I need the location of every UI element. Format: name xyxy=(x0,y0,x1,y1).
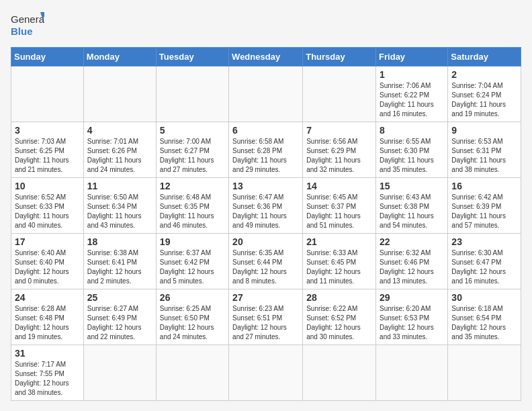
logo: General Blue xyxy=(11,11,44,39)
day-number: 11 xyxy=(87,181,152,191)
day-info: Sunrise: 6:48 AM Sunset: 6:35 PM Dayligh… xyxy=(160,193,225,230)
day-number: 17 xyxy=(15,236,80,247)
table-row: 10Sunrise: 6:52 AM Sunset: 6:33 PM Dayli… xyxy=(11,178,84,234)
table-row: 21Sunrise: 6:33 AM Sunset: 6:45 PM Dayli… xyxy=(303,234,376,289)
table-row: 29Sunrise: 6:20 AM Sunset: 6:53 PM Dayli… xyxy=(376,289,448,345)
day-info: Sunrise: 6:47 AM Sunset: 6:36 PM Dayligh… xyxy=(232,193,299,230)
weekday-header-friday: Friday xyxy=(376,48,448,66)
day-info: Sunrise: 7:17 AM Sunset: 7:55 PM Dayligh… xyxy=(15,360,80,398)
day-number: 19 xyxy=(160,236,225,247)
table-row: 12Sunrise: 6:48 AM Sunset: 6:35 PM Dayli… xyxy=(156,178,228,234)
table-row: 23Sunrise: 6:30 AM Sunset: 6:47 PM Dayli… xyxy=(448,234,521,289)
day-number: 3 xyxy=(15,125,80,136)
table-row: 4Sunrise: 7:01 AM Sunset: 6:26 PM Daylig… xyxy=(83,122,156,178)
day-number: 5 xyxy=(160,125,225,136)
day-info: Sunrise: 6:42 AM Sunset: 6:39 PM Dayligh… xyxy=(451,193,517,230)
table-row: 30Sunrise: 6:18 AM Sunset: 6:54 PM Dayli… xyxy=(448,289,521,345)
day-info: Sunrise: 6:50 AM Sunset: 6:34 PM Dayligh… xyxy=(87,193,152,230)
header: General Blue xyxy=(11,11,521,39)
table-row: 28Sunrise: 6:22 AM Sunset: 6:52 PM Dayli… xyxy=(303,289,376,345)
calendar-week-row: 10Sunrise: 6:52 AM Sunset: 6:33 PM Dayli… xyxy=(11,178,521,234)
table-row: 15Sunrise: 6:43 AM Sunset: 6:38 PM Dayli… xyxy=(376,178,448,234)
table-row: 14Sunrise: 6:45 AM Sunset: 6:37 PM Dayli… xyxy=(303,178,376,234)
table-row: 2Sunrise: 7:04 AM Sunset: 6:24 PM Daylig… xyxy=(448,66,521,122)
day-info: Sunrise: 6:27 AM Sunset: 6:49 PM Dayligh… xyxy=(87,304,152,342)
table-row: 3Sunrise: 7:03 AM Sunset: 6:25 PM Daylig… xyxy=(11,122,84,178)
day-info: Sunrise: 6:37 AM Sunset: 6:42 PM Dayligh… xyxy=(160,248,225,286)
weekday-header-sunday: Sunday xyxy=(11,48,84,66)
svg-text:Blue: Blue xyxy=(11,26,33,37)
day-number: 15 xyxy=(380,181,444,191)
calendar-week-row: 24Sunrise: 6:28 AM Sunset: 6:48 PM Dayli… xyxy=(11,289,521,345)
day-number: 1 xyxy=(380,69,444,80)
table-row: 31Sunrise: 7:17 AM Sunset: 7:55 PM Dayli… xyxy=(11,345,84,401)
day-number: 29 xyxy=(380,292,444,303)
day-number: 14 xyxy=(306,181,372,191)
day-info: Sunrise: 6:32 AM Sunset: 6:46 PM Dayligh… xyxy=(380,248,444,286)
day-number: 16 xyxy=(451,181,517,191)
day-info: Sunrise: 6:40 AM Sunset: 6:40 PM Dayligh… xyxy=(15,248,80,286)
day-info: Sunrise: 7:00 AM Sunset: 6:27 PM Dayligh… xyxy=(160,137,225,175)
calendar-week-row: 31Sunrise: 7:17 AM Sunset: 7:55 PM Dayli… xyxy=(11,345,521,401)
day-number: 9 xyxy=(451,125,517,136)
day-info: Sunrise: 7:06 AM Sunset: 6:22 PM Dayligh… xyxy=(380,81,444,119)
day-info: Sunrise: 6:28 AM Sunset: 6:48 PM Dayligh… xyxy=(15,304,80,342)
table-row: 19Sunrise: 6:37 AM Sunset: 6:42 PM Dayli… xyxy=(156,234,228,289)
table-row: 17Sunrise: 6:40 AM Sunset: 6:40 PM Dayli… xyxy=(11,234,84,289)
day-info: Sunrise: 6:55 AM Sunset: 6:30 PM Dayligh… xyxy=(380,137,444,175)
day-info: Sunrise: 6:56 AM Sunset: 6:29 PM Dayligh… xyxy=(306,137,372,175)
table-row: 16Sunrise: 6:42 AM Sunset: 6:39 PM Dayli… xyxy=(448,178,521,234)
day-info: Sunrise: 6:20 AM Sunset: 6:53 PM Dayligh… xyxy=(380,304,444,342)
calendar-week-row: 3Sunrise: 7:03 AM Sunset: 6:25 PM Daylig… xyxy=(11,122,521,178)
table-row: 27Sunrise: 6:23 AM Sunset: 6:51 PM Dayli… xyxy=(229,289,303,345)
weekday-header-monday: Monday xyxy=(83,48,156,66)
day-info: Sunrise: 6:23 AM Sunset: 6:51 PM Dayligh… xyxy=(232,304,299,342)
table-row xyxy=(303,345,376,401)
table-row: 11Sunrise: 6:50 AM Sunset: 6:34 PM Dayli… xyxy=(83,178,156,234)
table-row: 5Sunrise: 7:00 AM Sunset: 6:27 PM Daylig… xyxy=(156,122,228,178)
day-info: Sunrise: 6:45 AM Sunset: 6:37 PM Dayligh… xyxy=(306,193,372,230)
day-number: 26 xyxy=(160,292,225,303)
day-number: 27 xyxy=(232,292,299,303)
day-number: 7 xyxy=(306,125,372,136)
table-row: 20Sunrise: 6:35 AM Sunset: 6:44 PM Dayli… xyxy=(229,234,303,289)
table-row xyxy=(83,345,156,401)
day-number: 10 xyxy=(15,181,80,191)
table-row: 13Sunrise: 6:47 AM Sunset: 6:36 PM Dayli… xyxy=(229,178,303,234)
calendar-table: SundayMondayTuesdayWednesdayThursdayFrid… xyxy=(11,47,521,401)
day-number: 25 xyxy=(87,292,152,303)
table-row: 18Sunrise: 6:38 AM Sunset: 6:41 PM Dayli… xyxy=(83,234,156,289)
table-row: 7Sunrise: 6:56 AM Sunset: 6:29 PM Daylig… xyxy=(303,122,376,178)
table-row xyxy=(376,345,448,401)
day-info: Sunrise: 7:04 AM Sunset: 6:24 PM Dayligh… xyxy=(451,81,517,119)
day-info: Sunrise: 6:25 AM Sunset: 6:50 PM Dayligh… xyxy=(160,304,225,342)
table-row xyxy=(83,66,156,122)
day-info: Sunrise: 6:30 AM Sunset: 6:47 PM Dayligh… xyxy=(451,248,517,286)
table-row: 25Sunrise: 6:27 AM Sunset: 6:49 PM Dayli… xyxy=(83,289,156,345)
day-info: Sunrise: 6:52 AM Sunset: 6:33 PM Dayligh… xyxy=(15,193,80,230)
day-info: Sunrise: 6:22 AM Sunset: 6:52 PM Dayligh… xyxy=(306,304,372,342)
day-number: 20 xyxy=(232,236,299,247)
svg-text:General: General xyxy=(11,13,44,25)
day-info: Sunrise: 6:43 AM Sunset: 6:38 PM Dayligh… xyxy=(380,193,444,230)
day-info: Sunrise: 6:18 AM Sunset: 6:54 PM Dayligh… xyxy=(451,304,517,342)
day-number: 22 xyxy=(380,236,444,247)
weekday-header-thursday: Thursday xyxy=(303,48,376,66)
weekday-header-row: SundayMondayTuesdayWednesdayThursdayFrid… xyxy=(11,48,521,66)
day-number: 31 xyxy=(15,348,80,359)
day-number: 18 xyxy=(87,236,152,247)
day-info: Sunrise: 7:03 AM Sunset: 6:25 PM Dayligh… xyxy=(15,137,80,175)
table-row: 9Sunrise: 6:53 AM Sunset: 6:31 PM Daylig… xyxy=(448,122,521,178)
day-number: 13 xyxy=(232,181,299,191)
day-number: 30 xyxy=(451,292,517,303)
table-row xyxy=(156,345,228,401)
weekday-header-tuesday: Tuesday xyxy=(156,48,228,66)
table-row: 8Sunrise: 6:55 AM Sunset: 6:30 PM Daylig… xyxy=(376,122,448,178)
calendar-week-row: 1Sunrise: 7:06 AM Sunset: 6:22 PM Daylig… xyxy=(11,66,521,122)
table-row xyxy=(11,66,84,122)
day-info: Sunrise: 6:38 AM Sunset: 6:41 PM Dayligh… xyxy=(87,248,152,286)
day-number: 23 xyxy=(451,236,517,247)
weekday-header-saturday: Saturday xyxy=(448,48,521,66)
page-container: General Blue SundayMondayTuesdayWednesda… xyxy=(11,11,521,401)
table-row xyxy=(229,66,303,122)
